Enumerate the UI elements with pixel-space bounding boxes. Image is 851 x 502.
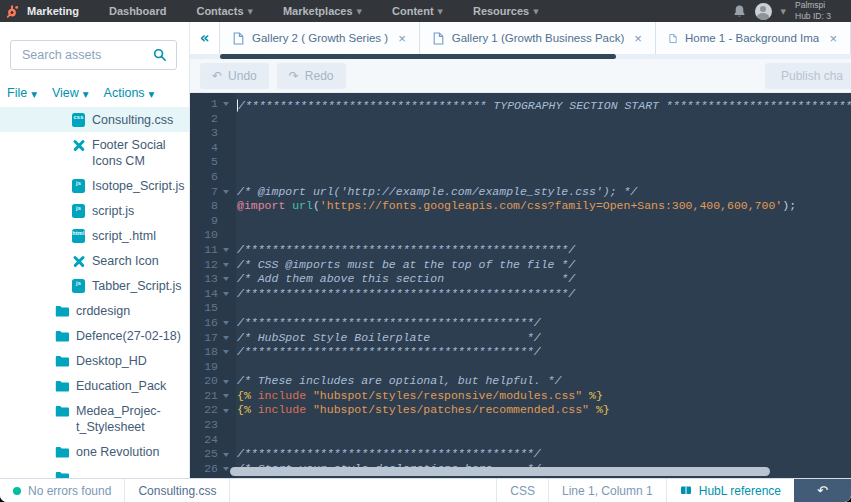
fold-toggle-icon[interactable] [218, 287, 233, 302]
code-line[interactable]: 7/* @import url('http://example.com/exam… [190, 185, 851, 200]
nav-item-content[interactable]: Content▼ [392, 5, 443, 17]
nav-item-resources[interactable]: Resources▼ [473, 5, 539, 17]
tab-close-icon[interactable]: × [634, 31, 642, 46]
fold-toggle-icon[interactable] [218, 97, 233, 112]
editor-region: « Gallery 2 ( Growth Series )×Gallery 1 … [190, 22, 851, 478]
account-chevron-down-icon[interactable]: ▼ [781, 8, 786, 16]
notifications-bell-icon[interactable] [733, 4, 746, 18]
hubl-reference-link[interactable]: HubL reference [666, 479, 794, 502]
code-line[interactable]: 2 [190, 112, 851, 127]
code-line[interactable]: 17/* HubSpot Style Boilerplate */ [190, 331, 851, 346]
file-item[interactable]: cssConsulting.css [0, 107, 189, 132]
fold-toggle-icon[interactable] [218, 403, 233, 418]
code-line[interactable]: 11/*************************************… [190, 243, 851, 258]
user-avatar[interactable] [755, 3, 772, 20]
file-item[interactable]: jsTabber_Script.js [0, 273, 189, 298]
code-editor[interactable]: 1/*********************************** TY… [190, 93, 851, 478]
tab-close-icon[interactable]: × [829, 31, 837, 46]
line-number: 21 [190, 389, 218, 404]
editor-tab-1[interactable]: Gallery 2 ( Growth Series )× [220, 22, 420, 54]
error-status-label: No errors found [28, 484, 111, 498]
code-line[interactable]: 5 [190, 155, 851, 170]
folder-item[interactable]: crddesign [0, 298, 189, 323]
code-line[interactable]: 9 [190, 214, 851, 229]
fold-toggle-icon[interactable] [218, 447, 233, 462]
code-line[interactable]: 3 [190, 126, 851, 141]
editor-horizontal-scrollbar[interactable] [230, 467, 770, 476]
code-text: /***************************************… [237, 447, 541, 462]
tab-close-icon[interactable]: × [398, 31, 406, 46]
code-line[interactable]: 13/* Add them above this section */ [190, 272, 851, 287]
code-line[interactable]: 1/*********************************** TY… [190, 97, 851, 112]
code-line[interactable]: 19 [190, 360, 851, 375]
fold-toggle-icon[interactable] [218, 243, 233, 258]
view-menu[interactable]: View▼ [52, 86, 89, 100]
file-item[interactable]: jsscript.js [0, 198, 189, 223]
search-assets-box[interactable] [10, 40, 177, 70]
code-line[interactable]: 18/*************************************… [190, 345, 851, 360]
folder-item[interactable]: one Revolution [0, 439, 189, 464]
fold-toggle-icon[interactable] [218, 258, 233, 273]
file-menu[interactable]: File▼ [7, 86, 37, 100]
code-line[interactable]: 14/*************************************… [190, 287, 851, 302]
fold-toggle-icon[interactable] [218, 272, 233, 287]
line-number: 14 [190, 287, 218, 302]
fold-toggle-icon[interactable] [218, 185, 233, 200]
code-line[interactable]: 25/*************************************… [190, 447, 851, 462]
fold-gutter [218, 360, 233, 375]
file-item[interactable]: htmlscript_.html [0, 223, 189, 248]
document-icon [233, 32, 244, 45]
undo-button[interactable]: ↶Undo [200, 63, 269, 89]
fold-gutter [218, 418, 233, 433]
nav-item-marketplaces[interactable]: Marketplaces▼ [283, 5, 362, 17]
nav-item-contacts[interactable]: Contacts▼ [196, 5, 252, 17]
code-line[interactable]: 12/* CSS @imports must be at the top of … [190, 258, 851, 273]
folder-item[interactable]: Medea_Projec- t_Stylesheet [0, 398, 189, 439]
statusbar-undo-button[interactable]: ↶ [794, 479, 851, 502]
folder-icon [55, 355, 70, 367]
code-line[interactable]: 23 [190, 418, 851, 433]
folder-icon [55, 405, 70, 417]
nav-item-dashboard[interactable]: Dashboard [109, 5, 166, 17]
editor-tab-2[interactable]: Gallery 1 (Growth Business Pack)× [420, 22, 656, 54]
code-line[interactable]: 8@import url('https://fonts.googleapis.c… [190, 199, 851, 214]
nav-brand[interactable]: Marketing [27, 5, 79, 17]
folder-item[interactable]: Education_Pack [0, 373, 189, 398]
search-icon[interactable] [153, 48, 167, 62]
folder-item[interactable]: Desktop_HD [0, 348, 189, 373]
account-info[interactable]: Palmspi Hub ID: 3 [795, 0, 851, 21]
redo-button[interactable]: ↷Redo [277, 63, 346, 89]
hubspot-sprocket-icon[interactable] [5, 4, 20, 19]
code-line[interactable]: 22{% include "hubspot/styles/patches/rec… [190, 403, 851, 418]
code-line[interactable]: 6 [190, 170, 851, 185]
code-line[interactable]: 15 [190, 301, 851, 316]
language-mode[interactable]: CSS [496, 479, 548, 502]
tab-label: Gallery 1 (Growth Business Pack) [452, 32, 625, 44]
tab-scroll-left-button[interactable]: « [190, 22, 220, 54]
actions-menu[interactable]: Actions▼ [104, 86, 155, 100]
file-item[interactable]: Search Icon [0, 248, 189, 273]
fold-toggle-icon[interactable] [218, 316, 233, 331]
line-number: 23 [190, 418, 218, 433]
code-text: /***************************************… [237, 287, 575, 302]
fold-toggle-icon[interactable] [218, 389, 233, 404]
document-icon [433, 32, 444, 45]
fold-toggle-icon[interactable] [218, 374, 233, 389]
code-line[interactable]: 20/* These includes are optional, but he… [190, 374, 851, 389]
code-line[interactable]: 16/*************************************… [190, 316, 851, 331]
editor-tab-3[interactable]: Home 1 - Background Image (Gro...× [656, 22, 851, 54]
code-line[interactable]: 4 [190, 141, 851, 156]
fold-toggle-icon[interactable] [218, 331, 233, 346]
file-item[interactable]: Footer Social Icons CM [0, 132, 189, 173]
code-line[interactable]: 24 [190, 433, 851, 448]
code-line[interactable]: 21{% include "hubspot/styles/responsive/… [190, 389, 851, 404]
fold-toggle-icon[interactable] [218, 345, 233, 360]
folder-item[interactable]: Defence(27-02-18) [0, 323, 189, 348]
code-line[interactable]: 10 [190, 228, 851, 243]
file-item[interactable]: jsIsotope_Script.js [0, 173, 189, 198]
publish-changes-button[interactable]: Publish cha [765, 63, 851, 89]
folder-item-partial[interactable] [0, 464, 189, 478]
search-input[interactable] [20, 47, 153, 63]
status-bar: No errors found Consulting.css CSS Line … [0, 478, 851, 502]
open-file-name[interactable]: Consulting.css [125, 479, 230, 502]
